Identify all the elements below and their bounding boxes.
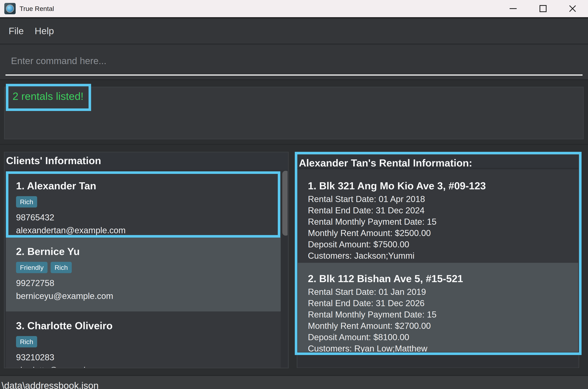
command-input[interactable] [5,48,583,76]
menu-item-file[interactable]: File [5,24,27,38]
minimize-icon [510,8,517,9]
client-name: 1. Alexander Tan [16,180,281,192]
title-bar[interactable]: True Rental [0,0,588,17]
client-name: 3. Charlotte Oliveiro [16,320,281,332]
section-separator [0,144,588,145]
app-logo-icon [4,3,16,14]
tag-badge: Friendly [16,262,47,273]
data-file-path: \data\addressbook.json [1,380,99,389]
tag-badge: Rich [16,196,37,207]
rental-start-date: Rental Start Date: 01 Jan 2019 [308,286,578,297]
maximize-icon [540,5,547,12]
client-name: 2. Bernice Yu [16,245,281,258]
client-tags: Rich [16,196,281,207]
close-button[interactable] [562,0,583,17]
client-card-bernice-yu[interactable]: 2. Bernice Yu Friendly Rich 99272758 ber… [6,237,281,311]
client-email: charlotte@example.com [16,365,281,368]
rental-panel: Alexander Tan's Rental Information: 1. B… [297,154,579,368]
client-list: 1. Alexander Tan Rich 98765432 alexander… [5,170,288,368]
rental-customers: Customers: Jackson;Yummi [308,250,578,261]
rental-header-divider [297,168,579,169]
result-display: 2 rentals listed! [4,87,584,139]
rental-end-date: Rental End Date: 31 Dec 2024 [308,205,578,216]
result-message: 2 rentals listed! [12,90,83,102]
rental-deposit: Deposit Amount: $7500.00 [308,239,578,250]
clients-panel-header: Clients' Information [6,154,101,168]
tag-badge: Rich [51,262,72,273]
menu-item-help[interactable]: Help [32,24,57,38]
window-title: True Rental [20,0,54,17]
rental-deposit: Deposit Amount: $8100.00 [308,331,578,343]
rental-monthly-rent: Monthly Rent Amount: $2500.00 [308,227,578,239]
rental-list: 1. Blk 321 Ang Mo Kio Ave 3, #09-123 Ren… [298,170,578,367]
minimize-button[interactable] [502,0,524,17]
maximize-button[interactable] [532,0,553,17]
tag-badge: Rich [16,336,37,347]
rental-card-ang-mo-kio[interactable]: 1. Blk 321 Ang Mo Kio Ave 3, #09-123 Ren… [298,170,578,263]
rental-details: Rental Start Date: 01 Jan 2019 Rental En… [308,286,578,354]
client-email: berniceyu@example.com [16,291,281,301]
rental-start-date: Rental Start Date: 01 Apr 2018 [308,194,578,205]
app-logo-swirl [7,5,13,12]
client-card-alexander-tan[interactable]: 1. Alexander Tan Rich 98765432 alexander… [6,171,281,236]
client-tags: Friendly Rich [16,262,281,273]
status-bar: \data\addressbook.json [0,376,588,389]
rental-address: 1. Blk 321 Ang Mo Kio Ave 3, #09-123 [308,180,578,192]
rental-details: Rental Start Date: 01 Apr 2018 Rental En… [308,194,578,261]
client-phone: 99272758 [16,278,281,288]
client-email: alexandertan@example.com [16,225,281,236]
client-card-charlotte-oliveiro[interactable]: 3. Charlotte Oliveiro Rich 93210283 char… [6,311,281,368]
rental-payment-date: Rental Monthly Payment Date: 15 [308,309,578,320]
command-bar [0,45,588,80]
rental-payment-date: Rental Monthly Payment Date: 15 [308,216,578,227]
rental-monthly-rent: Monthly Rent Amount: $2700.00 [308,320,578,331]
rental-card-bishan[interactable]: 2. Blk 112 Bishan Ave 5, #15-521 Rental … [298,263,578,352]
client-phone: 93210283 [16,352,281,363]
rental-customers: Customers: Ryan Low;Matthew [308,343,578,354]
client-phone: 98765432 [16,212,281,223]
true-rental-window: True Rental File Help 2 rentals listed! … [0,0,588,389]
vertical-scrollbar-thumb[interactable] [282,171,288,236]
rental-address: 2. Blk 112 Bishan Ave 5, #15-521 [308,273,578,285]
menu-bar: File Help [0,18,588,44]
rental-end-date: Rental End Date: 31 Dec 2026 [308,297,578,309]
clients-panel: Clients' Information 1. Alexander Tan Ri… [4,152,289,368]
client-tags: Rich [16,336,281,347]
